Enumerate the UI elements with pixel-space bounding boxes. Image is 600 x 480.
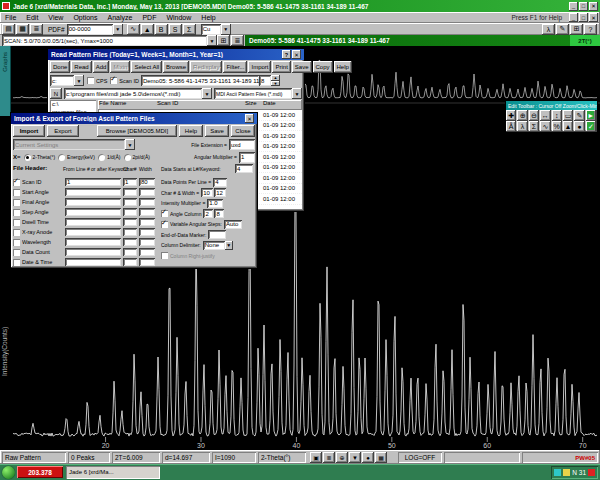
read-button-import[interactable]: Import	[248, 61, 271, 73]
copy-small-icon[interactable]: ▦	[375, 452, 387, 463]
start-button[interactable]	[2, 466, 15, 479]
row-char-input[interactable]	[123, 248, 137, 256]
import-dialog-close-icon[interactable]: ✕	[245, 114, 254, 123]
settings-dropdown-icon[interactable]: ▼	[125, 139, 135, 150]
tray-alert-icon[interactable]	[588, 469, 595, 476]
read-button-mixin[interactable]: Mixin	[110, 61, 130, 73]
row-width-input[interactable]	[139, 228, 155, 236]
child-minimize-button[interactable]: _	[569, 13, 578, 22]
read-button-select-all[interactable]: Select All	[131, 61, 162, 73]
cps-checkbox[interactable]	[87, 77, 94, 84]
file-ext-input[interactable]: uxd	[229, 139, 255, 150]
row-char-input[interactable]	[123, 228, 137, 236]
row-from-input[interactable]	[65, 198, 121, 206]
menu-item-help[interactable]: Help	[196, 13, 220, 22]
menu-item-file[interactable]: File	[0, 13, 21, 22]
row-width-input[interactable]	[139, 208, 155, 216]
ang-mult-input[interactable]: 1	[239, 152, 255, 163]
peak-icon[interactable]: ▲	[563, 121, 573, 132]
camera-icon[interactable]: ▣	[310, 452, 322, 463]
calculate-icon[interactable]: Σ	[183, 24, 196, 35]
row-from-input[interactable]	[65, 248, 121, 256]
apply-icon[interactable]: ✓	[586, 121, 596, 132]
percent-icon[interactable]: %	[552, 121, 562, 132]
save-button[interactable]: Save	[205, 125, 229, 137]
row-char-input[interactable]	[123, 218, 137, 226]
row-checkbox-dwell-time[interactable]	[13, 219, 20, 226]
spin-control[interactable]: ▲ ▼	[271, 75, 280, 86]
pan-y-icon[interactable]: ↕	[552, 110, 562, 121]
read-button-copy[interactable]: Copy	[313, 61, 333, 73]
close-button-dialog[interactable]: Close	[231, 125, 255, 137]
play-icon[interactable]: ►	[586, 110, 596, 121]
angle-column-input-2[interactable]: 8	[214, 209, 224, 218]
tray-volume-icon[interactable]	[563, 469, 570, 476]
file-type-select[interactable]: MDI Ascii Pattern Files (*.mdi)	[214, 88, 292, 99]
menu-item-edit[interactable]: Edit	[21, 13, 43, 22]
import-button[interactable]: Import	[13, 125, 45, 137]
cursor-icon[interactable]: ✚	[506, 110, 516, 121]
end-of-data-input[interactable]	[208, 230, 226, 239]
timer-badge[interactable]: 203.378	[17, 466, 63, 478]
row-char-input[interactable]	[123, 258, 137, 266]
print-small-icon[interactable]: ≣	[323, 452, 335, 463]
char-width-input-1[interactable]: 10	[201, 188, 213, 197]
menu-item-analyze[interactable]: Analyze	[103, 13, 138, 22]
angle-column-checkbox[interactable]	[161, 210, 168, 217]
axis-badge[interactable]: 2T(°)	[570, 35, 600, 46]
row-from-input[interactable]	[65, 218, 121, 226]
background-icon[interactable]: B	[155, 24, 168, 35]
row-char-input[interactable]	[123, 198, 137, 206]
row-checkbox-wavelength[interactable]	[13, 239, 20, 246]
refresh-icon[interactable]: ⊞	[217, 35, 230, 46]
scan-id-input[interactable]: Demo05: 5-586 41-1475 33-1161 34-189 11-…	[141, 75, 259, 86]
scan-info-select[interactable]: SCAN: 5.0/70.0/0.05/1(sec), Ymax=1000	[2, 35, 207, 46]
wave-icon[interactable]: ∿	[540, 121, 550, 132]
menu-item-pdf[interactable]: PDF	[137, 13, 161, 22]
row-char-input[interactable]	[123, 238, 137, 246]
row-char-input[interactable]: 1	[123, 178, 137, 186]
help-button[interactable]: Help	[179, 125, 203, 137]
read-dialog-help-icon[interactable]: ?	[282, 50, 291, 59]
x-radio-energy-kev[interactable]	[58, 154, 65, 161]
peak-find-icon[interactable]: ▲	[141, 24, 154, 35]
angstrom-icon[interactable]: Å	[506, 121, 516, 132]
tile-windows-icon[interactable]: ⊞	[570, 24, 583, 35]
read-button-browse[interactable]: Browse	[163, 61, 189, 73]
menu-item-options[interactable]: Options	[68, 13, 102, 22]
box-zoom-icon[interactable]: ▭	[563, 110, 573, 121]
read-button-redisplay[interactable]: Redisplay	[190, 61, 222, 73]
char-width-input-2[interactable]: 12	[214, 188, 226, 197]
spin-value[interactable]: 8	[259, 75, 271, 86]
read-button-filter[interactable]: Filter...	[223, 61, 247, 73]
marker-icon[interactable]: ●	[574, 121, 584, 132]
path-dropdown-icon[interactable]: ▼	[202, 88, 212, 99]
zoom-out-icon[interactable]: ⊖	[529, 110, 539, 121]
read-button-save[interactable]: Save	[292, 61, 312, 73]
data-starts-input[interactable]: 4	[235, 164, 253, 173]
row-char-input[interactable]	[123, 208, 137, 216]
status-axis-unit[interactable]: 2-Theta(°)	[258, 452, 306, 463]
row-width-input[interactable]	[139, 248, 155, 256]
scan-id-checkbox[interactable]	[110, 77, 117, 84]
child-close-button[interactable]: ✕	[589, 13, 598, 22]
variable-steps-checkbox[interactable]	[161, 221, 168, 228]
edit-toolbar-titlebar[interactable]: Edit Toolbar : Cursor Off Zoom/Click-Min	[506, 101, 597, 110]
child-restore-button[interactable]: □	[579, 13, 588, 22]
smooth-icon[interactable]: S	[169, 24, 182, 35]
save-file-icon[interactable]: ▦	[16, 24, 29, 35]
read-dialog-titlebar[interactable]: Read Pattern Files (Today=1, Week=1, Mon…	[48, 49, 304, 60]
x-radio-1-d[interactable]	[98, 154, 105, 161]
read-button-print[interactable]: Print	[272, 61, 290, 73]
row-from-input[interactable]: 1	[65, 178, 121, 186]
spin-down-icon[interactable]: ▼	[271, 81, 280, 87]
column-delimiter-select[interactable]: None	[203, 241, 225, 250]
dropdown-icon[interactable]: ▼	[349, 452, 361, 463]
read-button-read[interactable]: Read	[71, 61, 91, 73]
row-from-input[interactable]	[65, 208, 121, 216]
row-width-input[interactable]	[139, 218, 155, 226]
close-button[interactable]: ✕	[589, 2, 598, 11]
right-justify-checkbox[interactable]	[161, 252, 168, 259]
row-width-input[interactable]	[139, 198, 155, 206]
row-from-input[interactable]	[65, 188, 121, 196]
